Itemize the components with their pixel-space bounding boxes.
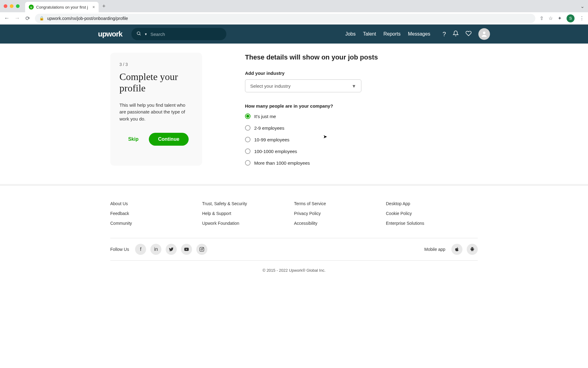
footer-link-terms[interactable]: Terms of Service — [294, 201, 386, 206]
mobile-label: Mobile app — [424, 247, 446, 252]
header-icons: ? — [443, 28, 490, 40]
instagram-icon[interactable] — [196, 244, 207, 255]
footer-link-privacy[interactable]: Privacy Policy — [294, 211, 386, 216]
search-icon — [136, 31, 141, 37]
footer-col-1: About Us Feedback Community — [110, 201, 202, 226]
footer-link-help[interactable]: Help & Support — [202, 211, 294, 216]
industry-placeholder: Select your industry — [250, 83, 291, 89]
industry-select[interactable]: Select your industry ▼ — [245, 79, 361, 92]
svg-point-6 — [203, 248, 203, 248]
footer-col-2: Trust, Safety & Security Help & Support … — [202, 201, 294, 226]
url-field[interactable]: 🔒 upwork.com/nx/job-post/onboarding/prof… — [35, 14, 535, 23]
nav-jobs[interactable]: Jobs — [345, 31, 356, 37]
svg-point-0 — [137, 32, 140, 35]
facebook-icon[interactable]: f — [135, 244, 146, 255]
favicon-icon: u — [29, 5, 34, 10]
forward-button[interactable]: → — [14, 15, 20, 21]
chevron-down-icon: ▼ — [352, 83, 356, 89]
user-avatar[interactable] — [478, 28, 490, 40]
nav-links: Jobs Talent Reports Messages — [345, 31, 430, 37]
new-tab-button[interactable]: + — [102, 3, 106, 10]
linkedin-icon[interactable]: in — [150, 244, 161, 255]
search-input[interactable] — [150, 32, 221, 37]
lock-icon: 🔒 — [39, 16, 44, 21]
main-content: 3 / 3 Complete your profile This will he… — [98, 44, 490, 175]
onboarding-card: 3 / 3 Complete your profile This will he… — [110, 53, 202, 166]
radio-label: 100-1000 employees — [254, 149, 297, 154]
follow-label: Follow Us — [110, 247, 129, 252]
browser-tab[interactable]: u Congratulations on your first j × — [25, 2, 99, 12]
footer-link-feedback[interactable]: Feedback — [110, 211, 202, 216]
footer-link-foundation[interactable]: Upwork Foundation — [202, 221, 294, 226]
help-icon[interactable]: ? — [443, 31, 446, 38]
card-description: This will help you find talent who are p… — [119, 102, 193, 123]
skip-button[interactable]: Skip — [124, 133, 143, 145]
favorites-icon[interactable] — [466, 30, 472, 38]
footer-link-cookie[interactable]: Cookie Policy — [386, 211, 478, 216]
radio-label: More than 1000 employees — [254, 160, 310, 166]
svg-point-2 — [483, 32, 485, 34]
form-column: These details will show on your job post… — [245, 53, 478, 166]
radio-icon — [245, 125, 251, 131]
footer-social-row: Follow Us f in Mobile app — [110, 238, 478, 261]
radio-label: 2-9 employees — [254, 125, 284, 131]
youtube-icon[interactable] — [181, 244, 192, 255]
continue-button[interactable]: Continue — [149, 133, 188, 146]
footer-link-desktop[interactable]: Desktop App — [386, 201, 478, 206]
footer-link-accessibility[interactable]: Accessibility — [294, 221, 386, 226]
radio-option-just-me[interactable]: It's just me — [245, 113, 478, 119]
svg-point-5 — [201, 248, 203, 250]
social-right: Mobile app — [424, 244, 478, 255]
radio-icon — [245, 137, 251, 142]
radio-label: 10-99 employees — [254, 137, 289, 142]
bookmark-icon[interactable]: ☆ — [548, 15, 553, 21]
close-tab-icon[interactable]: × — [92, 5, 95, 10]
minimize-window-icon[interactable] — [10, 4, 13, 8]
window-controls — [4, 4, 20, 8]
card-actions: Skip Continue — [119, 133, 193, 146]
search-box[interactable]: ▼ — [131, 28, 226, 40]
notifications-icon[interactable] — [453, 30, 459, 38]
radio-option-2-9[interactable]: 2-9 employees — [245, 125, 478, 131]
browser-profile-avatar[interactable]: S — [567, 14, 575, 22]
upwork-logo[interactable]: upwork — [98, 30, 122, 38]
extensions-icon[interactable]: ✦ — [558, 15, 562, 21]
url-text: upwork.com/nx/job-post/onboarding/profil… — [47, 16, 128, 21]
radio-option-10-99[interactable]: 10-99 employees — [245, 137, 478, 142]
search-dropdown-icon[interactable]: ▼ — [144, 33, 147, 36]
tabs-menu-icon[interactable]: ⌄ — [580, 3, 584, 9]
close-window-icon[interactable] — [4, 4, 7, 8]
android-icon[interactable] — [467, 244, 478, 255]
nav-reports[interactable]: Reports — [383, 31, 401, 37]
nav-messages[interactable]: Messages — [408, 31, 430, 37]
back-button[interactable]: ← — [4, 15, 10, 21]
card-title: Complete your profile — [119, 71, 193, 94]
footer: About Us Feedback Community Trust, Safet… — [0, 184, 588, 282]
radio-option-1000-plus[interactable]: More than 1000 employees — [245, 160, 478, 166]
radio-icon — [245, 113, 251, 119]
footer-link-trust[interactable]: Trust, Safety & Security — [202, 201, 294, 206]
browser-menu-icon[interactable]: ⋮ — [579, 15, 584, 21]
radio-label: It's just me — [254, 114, 276, 119]
form-heading: These details will show on your job post… — [245, 53, 478, 61]
twitter-icon[interactable] — [166, 244, 177, 255]
industry-label: Add your industry — [245, 71, 478, 76]
copyright: © 2015 - 2022 Upwork® Global Inc. — [110, 261, 478, 273]
social-left: Follow Us f in — [110, 244, 207, 255]
step-indicator: 3 / 3 — [119, 62, 193, 67]
browser-actions: ⇧ ☆ ✦ S ⋮ — [540, 14, 584, 22]
maximize-window-icon[interactable] — [16, 4, 20, 8]
footer-link-community[interactable]: Community — [110, 221, 202, 226]
radio-icon — [245, 148, 251, 154]
footer-link-about[interactable]: About Us — [110, 201, 202, 206]
nav-talent[interactable]: Talent — [363, 31, 376, 37]
site-header: upwork ▼ Jobs Talent Reports Messages ? — [0, 25, 588, 44]
share-icon[interactable]: ⇧ — [540, 15, 544, 21]
company-size-label: How many people are in your company? — [245, 103, 478, 109]
reload-button[interactable]: ⟳ — [24, 15, 31, 22]
radio-option-100-1000[interactable]: 100-1000 employees — [245, 148, 478, 154]
tab-title: Congratulations on your first j — [36, 5, 90, 10]
footer-link-enterprise[interactable]: Enterprise Solutions — [386, 221, 478, 226]
apple-icon[interactable] — [451, 244, 462, 255]
address-bar: ← → ⟳ 🔒 upwork.com/nx/job-post/onboardin… — [0, 12, 588, 25]
